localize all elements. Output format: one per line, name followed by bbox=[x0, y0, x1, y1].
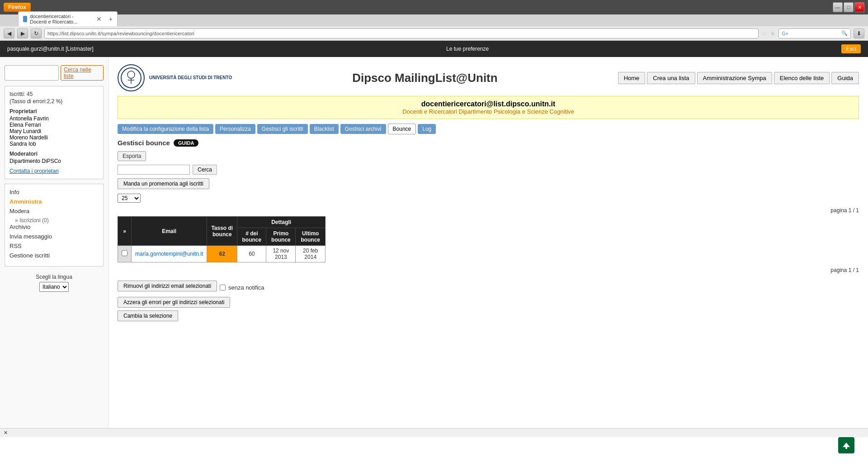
browser-search[interactable]: G+ 🔍 bbox=[778, 29, 851, 38]
list-banner: docentiericercatori@list.dipsco.unitn.it… bbox=[118, 96, 859, 119]
search-icon: 🔍 bbox=[841, 30, 848, 36]
refresh-button[interactable]: ↻ bbox=[31, 29, 42, 38]
row-tasso: 62 bbox=[207, 246, 237, 262]
browser-tab[interactable]: docentiericercatori - Docenti e Ricercat… bbox=[18, 11, 118, 26]
list-search-input[interactable] bbox=[5, 65, 59, 81]
bottom-bar: ✕ bbox=[0, 428, 868, 437]
sidebar-item-archivio[interactable]: Archivio bbox=[9, 224, 99, 230]
senza-notifica-checkbox[interactable] bbox=[220, 285, 226, 291]
table-tasso-header: Tasso di bounce bbox=[207, 217, 237, 246]
sidebar-nav: Info Amministra Modera » Iscrizioni (0) … bbox=[5, 184, 104, 267]
table-num-header: # dei bounce bbox=[237, 228, 266, 246]
row-primo-bounce: 12 nov 2013 bbox=[266, 246, 296, 262]
star-icon[interactable]: ☆ bbox=[761, 30, 767, 37]
owner-3: Mary Lunardi bbox=[9, 128, 99, 134]
table-dettagli-header: Dettagli bbox=[237, 217, 326, 228]
bounce-table: » Email Tasso di bounce Dettagli # dei b… bbox=[118, 216, 326, 262]
proprietari-label: Proprietari bbox=[9, 108, 99, 114]
sidebar-item-invia[interactable]: Invia messaggio bbox=[9, 233, 99, 240]
tab-title: docentiericercatori - Docenti e Ricercat… bbox=[30, 14, 91, 24]
maximize-button[interactable]: □ bbox=[844, 2, 854, 12]
row-ultimo-bounce: 20 feb 2014 bbox=[296, 246, 326, 262]
list-email: docentiericercatori@list.dipsco.unitn.it bbox=[122, 100, 855, 108]
list-description: Docenti e Ricercatori Dipartimento Psico… bbox=[122, 108, 855, 115]
owner-1: Antonella Favrin bbox=[9, 115, 99, 122]
bottom-actions: Rimuovi gli indirizzi email selezionati … bbox=[118, 281, 859, 324]
lang-select[interactable]: Italiano bbox=[39, 282, 69, 292]
exit-button[interactable]: Esci bbox=[841, 44, 861, 53]
promemoria-button[interactable]: Manda un promemoria agli iscritti bbox=[118, 178, 209, 189]
top-nav: Home Crea una lista Amministrazione Symp… bbox=[618, 72, 859, 84]
bookmark-icon[interactable]: ★ bbox=[770, 30, 776, 37]
sidebar-info-box: Iscritti: 45 (Tasso di errori:2,2 %) Pro… bbox=[5, 86, 104, 179]
new-tab-icon[interactable]: + bbox=[109, 15, 113, 23]
row-checkbox[interactable] bbox=[122, 250, 127, 256]
tab-gestisci-iscritti[interactable]: Gestisci gli iscritti bbox=[257, 124, 308, 134]
moderator-1: Dipartimento DiPSCo bbox=[9, 158, 99, 164]
status-icon: ✕ bbox=[4, 430, 8, 436]
per-page-select[interactable]: 25 50 100 bbox=[118, 194, 141, 203]
tab-bounce[interactable]: Bounce bbox=[388, 124, 416, 134]
cambia-selezione-button[interactable]: Cambia la selezione bbox=[118, 310, 178, 321]
pagina-bottom: pagina 1 / 1 bbox=[118, 267, 859, 273]
university-logo bbox=[118, 64, 145, 91]
row-email[interactable]: maria.gornotempini@unitn.it bbox=[132, 246, 207, 262]
tab-gestisci-archivi[interactable]: Gestisci archivi bbox=[340, 124, 386, 134]
action-tabs: Modifica la configurazione della lista P… bbox=[118, 124, 859, 134]
address-bar[interactable]: https://list.dipsco.unitn.it/sympa/revie… bbox=[44, 29, 759, 38]
tab-modifica[interactable]: Modifica la configurazione della lista bbox=[118, 124, 213, 134]
close-button[interactable]: ✕ bbox=[854, 2, 864, 12]
list-search-button[interactable]: Cerca nelle liste bbox=[61, 65, 104, 81]
table-primo-header: Primo bounce bbox=[266, 228, 296, 246]
bounce-search-input[interactable] bbox=[118, 165, 190, 175]
nav-elenco[interactable]: Elenco delle liste bbox=[774, 72, 830, 84]
guida-button[interactable]: GUIDA bbox=[174, 139, 198, 147]
table-row: maria.gornotempini@unitn.it 62 60 12 nov… bbox=[118, 246, 326, 262]
bounce-title-text: Gestisci bounce bbox=[118, 139, 170, 147]
owner-4: Moreno Nardelli bbox=[9, 134, 99, 141]
bounce-search-button[interactable]: Cerca bbox=[193, 165, 217, 175]
tab-blacklist[interactable]: Blacklist bbox=[310, 124, 339, 134]
nav-crea-lista[interactable]: Crea una lista bbox=[647, 72, 695, 84]
sidebar-item-amministra[interactable]: Amministra bbox=[9, 198, 99, 205]
table-ultimo-header: Ultimo bounce bbox=[296, 228, 326, 246]
tab-personalizza[interactable]: Personalizza bbox=[215, 124, 255, 134]
row-num-bounce: 60 bbox=[237, 246, 266, 262]
bounce-title: Gestisci bounce GUIDA bbox=[118, 139, 859, 147]
export-button[interactable]: Esporta bbox=[118, 151, 146, 161]
nav-home[interactable]: Home bbox=[618, 72, 646, 84]
moderatori-label: Moderatori bbox=[9, 151, 99, 157]
rimuovi-button[interactable]: Rimuovi gli indirizzi email selezionati bbox=[118, 281, 217, 291]
downloads-button[interactable]: ⬇ bbox=[854, 29, 864, 38]
sidebar-item-rss[interactable]: RSS bbox=[9, 243, 99, 249]
lang-label: Scegli la lingua bbox=[5, 274, 104, 280]
back-button[interactable]: ◀ bbox=[4, 29, 14, 38]
tab-favicon bbox=[23, 16, 27, 22]
minimize-button[interactable]: — bbox=[833, 2, 843, 12]
iscritti-stat: Iscritti: 45 bbox=[9, 91, 99, 97]
contatta-link[interactable]: Contatta i proprietari bbox=[9, 168, 99, 174]
sidebar-item-gestione[interactable]: Gestione iscritti bbox=[9, 252, 99, 259]
table-email-header: Email bbox=[132, 217, 207, 246]
forward-button[interactable]: ▶ bbox=[17, 29, 28, 38]
owner-5: Sandra Iob bbox=[9, 141, 99, 147]
azzera-button[interactable]: Azzera gli errori per gli indirizzi sele… bbox=[118, 297, 230, 308]
tasso-stat: (Tasso di errori:2,2 %) bbox=[9, 98, 99, 105]
table-toggle-col[interactable]: » bbox=[118, 217, 132, 246]
nav-guida[interactable]: Guida bbox=[831, 72, 859, 84]
sidebar-item-iscrizioni[interactable]: » Iscrizioni (0) bbox=[9, 217, 99, 224]
per-page-row: 25 50 100 bbox=[118, 194, 859, 203]
nav-amministrazione[interactable]: Amministrazione Sympa bbox=[697, 72, 772, 84]
senza-notifica-label: senza notifica bbox=[228, 284, 264, 291]
tab-log[interactable]: Log bbox=[418, 124, 436, 134]
firefox-button[interactable]: Firefox bbox=[4, 3, 31, 12]
url-text: https://list.dipsco.unitn.it/sympa/revie… bbox=[47, 31, 194, 36]
owner-2: Elena Ferrari bbox=[9, 122, 99, 128]
tab-close-icon[interactable]: ✕ bbox=[96, 15, 102, 23]
google-icon: G+ bbox=[782, 31, 788, 36]
site-title: Dipsco MailingList@Unitn bbox=[232, 71, 618, 85]
sidebar-item-info[interactable]: Info bbox=[9, 189, 99, 195]
preferences-label: Le tue preferenze bbox=[446, 46, 489, 52]
sidebar-item-modera[interactable]: Modera bbox=[9, 208, 99, 214]
user-label: pasquale.gurzi@unitn.it [Listmaster] bbox=[7, 46, 94, 52]
